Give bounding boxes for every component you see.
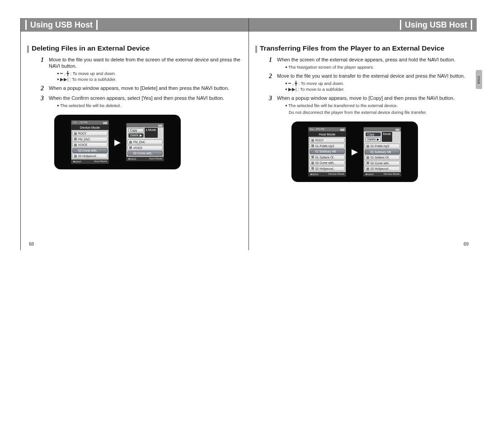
list-item: 01-Sultans Of.. (365, 155, 400, 160)
step-bullets: ━ , ╋ : To move up and down. ▶▶| : To mo… (277, 80, 470, 92)
file-icon (311, 156, 314, 159)
step-text-main: Move to the file you want to transfer to… (277, 73, 465, 79)
list-item: ROOT (72, 131, 108, 136)
bullet: ━ , ╋ : To move up and down. (285, 80, 470, 86)
list-item-selected: 02-Come with.. (127, 151, 163, 156)
step-text: Move to the file you want to transfer to… (277, 73, 470, 92)
list-item: ROOT (310, 138, 345, 143)
menu-item-delete: Delete ▶ (366, 137, 381, 142)
section-title: Deleting Files in an External Device (32, 44, 150, 52)
battery-icon: ▮▮▮ (340, 128, 344, 131)
screenshot-row: CD→YE PR▮▮▮ Device Mode ROOT FM_ENC VOIC… (54, 115, 181, 169)
file-icon (311, 150, 314, 153)
section-title: Transferring Files from the Player to an… (260, 44, 444, 52)
device-screen-before: CD→YE PR▮▮▮ Device Mode ROOT FM_ENC VOIC… (71, 120, 109, 164)
list-item: 01-Sultans Of.. (310, 155, 345, 160)
step: 3 When the Confirm screen appears, selec… (41, 95, 242, 108)
mock-list: FM_ENC VOICE 02-Come with.. (127, 139, 164, 157)
screenshot-row: Da→PR PR▮▮▮ Host Mode ROOT 01-Politik.mp… (291, 121, 418, 182)
step: 2 When a popup window appears, move to [… (41, 85, 242, 92)
file-icon (366, 150, 369, 153)
step-note: Do not disconnect the player from the ex… (277, 109, 470, 115)
step-number: 2 (269, 73, 273, 92)
step-bullets: The Navigation screen of the player appe… (277, 64, 470, 70)
step-text: When the Confirm screen appears, select … (49, 95, 242, 108)
step-text-main: When the screen of the external device a… (277, 57, 455, 62)
mock-top-left: Da→PR PR (310, 128, 324, 131)
folder-icon (129, 141, 132, 144)
nav-label: ❖NAVI (310, 173, 319, 176)
list-item: FM_ENC (127, 140, 163, 145)
list-item: VOICE (72, 142, 108, 147)
step-text: When a popup window appears, move to [De… (49, 85, 242, 92)
battery-icon: ▮▮▮ (103, 121, 107, 124)
step: 2 Move to the file you want to transfer … (269, 73, 470, 92)
step-number: 2 (41, 85, 45, 92)
header-bar-left: Using USB Host (21, 18, 249, 32)
bullet: ▶▶| : To move to a subfolder. (285, 86, 470, 92)
file-icon (74, 149, 77, 152)
step: 1 Move to the file you want to delete fr… (41, 56, 242, 82)
list-item: 02-Hollywood.. (310, 166, 345, 171)
mode-label: Device Mode (384, 173, 399, 176)
popup-menu: Copy Delete ▶ Mode (364, 131, 401, 143)
header-bar-right: Using USB Host (249, 18, 477, 32)
page-number: 69 (464, 242, 469, 247)
device-screen-after: ▮▮▮ Copy Delete ▶ Mode 01-Politik.mp3 01… (363, 127, 401, 177)
bullet: The selected file will be transferred to… (285, 103, 470, 108)
list-item: FM_ENC (72, 137, 108, 142)
step-text: When the screen of the external device a… (277, 56, 470, 70)
step-text-main: When a popup window appears, move to [Co… (277, 95, 455, 101)
bullet: The Navigation screen of the player appe… (285, 64, 470, 70)
language-tab: ENG (476, 70, 482, 89)
list-item-selected: 01 Solsbury Hill (365, 149, 400, 154)
battery-icon: ▮▮▮ (158, 124, 162, 127)
list-item-selected: 01 Solsbury Hill (310, 149, 345, 154)
bullet: The selected file will be deleted. (57, 103, 242, 108)
page-right: Using USB Host ENG Transferring Files fr… (249, 18, 477, 250)
list-item: 02-Hollywood.. (72, 154, 108, 159)
menu-item-copy: Copy (128, 128, 144, 132)
step-text-main: Move to the file you want to delete from… (49, 57, 240, 69)
list-item: 01-Politik.mp3 (365, 144, 400, 149)
step-text-main: When the Confirm screen appears, select … (49, 95, 224, 101)
step-number: 1 (269, 56, 273, 70)
page-spread: Using USB Host Deleting Files in an Exte… (20, 18, 477, 250)
step-number: 3 (41, 95, 45, 108)
arrow-right-icon: ▶ (114, 137, 121, 147)
step: 3 When a popup window appears, move to [… (269, 95, 470, 115)
step-number: 1 (41, 56, 45, 82)
file-icon (366, 156, 369, 159)
folder-icon (74, 138, 77, 140)
step-list: 1 When the screen of the external device… (255, 56, 470, 115)
mock-list: ROOT 01-Politik.mp3 01 Solsbury Hill 01-… (309, 137, 346, 172)
step-list: 1 Move to the file you want to delete fr… (27, 56, 242, 108)
mock-title: Host Mode (309, 131, 346, 137)
mode-label: Host Mode (149, 157, 162, 160)
list-item-selected: 02-Come with.. (72, 148, 108, 153)
arrow-right-icon: ▶ (352, 147, 358, 157)
mode-trail: s Mode (145, 128, 158, 138)
mock-title: Device Mode (71, 125, 108, 130)
folder-icon (74, 144, 77, 146)
page-left: Using USB Host Deleting Files in an Exte… (20, 18, 249, 250)
section-accent-bar (255, 46, 257, 53)
step: 1 When the screen of the external device… (269, 56, 470, 70)
file-icon (311, 162, 314, 164)
list-item: 02-Hollywood.. (365, 166, 400, 171)
menu-item-delete: Delete ▶ (128, 133, 144, 138)
bullet: ━ , ╋ : To move up and down. (57, 70, 242, 76)
folder-icon (311, 139, 314, 142)
file-icon (366, 145, 369, 148)
header-title: Using USB Host (400, 20, 472, 30)
bullet: ▶▶| : To move to a subfolder. (57, 76, 242, 82)
file-icon (74, 155, 77, 158)
battery-icon: ▮▮▮ (395, 128, 399, 131)
list-item: 01-Politik.mp3 (310, 144, 345, 149)
device-screen-after: ▮▮▮ Copy Delete ▶ s Mode FM_ENC VOICE 02… (126, 123, 164, 161)
language-code: ENG (477, 75, 481, 84)
step-bullets: The selected file will be transferred to… (277, 103, 470, 108)
file-icon (366, 162, 369, 164)
header-title: Using USB Host (25, 20, 98, 30)
section-header: Deleting Files in an External Device (27, 44, 242, 53)
